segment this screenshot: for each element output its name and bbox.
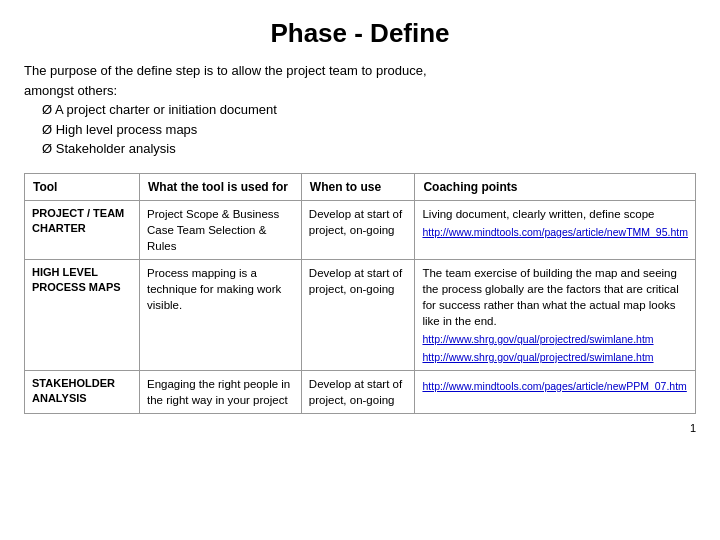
page-number: 1	[24, 422, 696, 434]
header-when: When to use	[301, 173, 415, 200]
page-title: Phase - Define	[24, 18, 696, 49]
intro-bullet: High level process maps	[42, 120, 696, 140]
header-what: What the tool is used for	[140, 173, 302, 200]
coaching-text: The team exercise of building the map an…	[422, 267, 678, 327]
intro-line1: The purpose of the define step is to all…	[24, 61, 696, 81]
header-tool: Tool	[25, 173, 140, 200]
cell-what: Engaging the right people in the right w…	[140, 370, 302, 413]
intro-section: The purpose of the define step is to all…	[24, 61, 696, 159]
coaching-link[interactable]: http://www.mindtools.com/pages/article/n…	[422, 379, 688, 394]
coaching-link[interactable]: http://www.shrg.gov/qual/projectred/swim…	[422, 332, 688, 347]
cell-tool: HIGH LEVEL PROCESS MAPS	[25, 259, 140, 370]
intro-line2: amongst others:	[24, 81, 696, 101]
cell-tool: PROJECT / TEAM CHARTER	[25, 200, 140, 259]
cell-tool: STAKEHOLDER ANALYSIS	[25, 370, 140, 413]
tools-table: Tool What the tool is used for When to u…	[24, 173, 696, 414]
cell-when: Develop at start of project, on-going	[301, 259, 415, 370]
intro-bullet: A project charter or initiation document	[42, 100, 696, 120]
coaching-link[interactable]: http://www.mindtools.com/pages/article/n…	[422, 225, 688, 240]
table-row: HIGH LEVEL PROCESS MAPSProcess mapping i…	[25, 259, 696, 370]
cell-what: Project Scope & Business Case Team Selec…	[140, 200, 302, 259]
cell-when: Develop at start of project, on-going	[301, 200, 415, 259]
cell-coaching: The team exercise of building the map an…	[415, 259, 696, 370]
cell-coaching: http://www.mindtools.com/pages/article/n…	[415, 370, 696, 413]
cell-what: Process mapping is a technique for makin…	[140, 259, 302, 370]
cell-when: Develop at start of project, on-going	[301, 370, 415, 413]
coaching-link-2[interactable]: http://www.shrg.gov/qual/projectred/swim…	[422, 350, 688, 365]
cell-coaching: Living document, clearly written, define…	[415, 200, 696, 259]
coaching-text: Living document, clearly written, define…	[422, 208, 654, 220]
header-coaching: Coaching points	[415, 173, 696, 200]
intro-bullet: Stakeholder analysis	[42, 139, 696, 159]
intro-bullets: A project charter or initiation document…	[42, 100, 696, 159]
table-row: STAKEHOLDER ANALYSISEngaging the right p…	[25, 370, 696, 413]
table-row: PROJECT / TEAM CHARTERProject Scope & Bu…	[25, 200, 696, 259]
